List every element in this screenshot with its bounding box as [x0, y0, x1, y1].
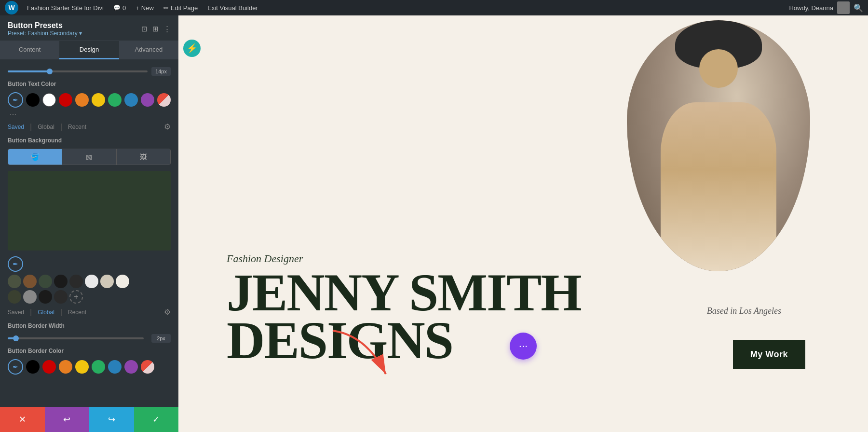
- panel-header: Button Presets Preset: Fashion Secondary…: [0, 15, 178, 41]
- cancel-button[interactable]: ✕: [0, 407, 45, 432]
- color-swatch-white[interactable]: [42, 93, 56, 107]
- panel-tabs: Content Design Advanced: [0, 41, 178, 59]
- my-work-button[interactable]: My Work: [733, 340, 805, 369]
- divi-sidebar-icon[interactable]: ⚡: [183, 40, 201, 57]
- bg-color-preview[interactable]: [8, 171, 171, 251]
- color-swatch-purple[interactable]: [141, 93, 154, 107]
- text-size-slider-value: 14px: [151, 67, 171, 76]
- bg-recent-tab[interactable]: Recent: [68, 309, 86, 316]
- admin-bar-edit-page[interactable]: ✏ Edit Page: [160, 0, 202, 15]
- bg-swatch-5[interactable]: [69, 275, 83, 288]
- color-swatch-blue[interactable]: [124, 93, 138, 107]
- bg-swatch-10[interactable]: [23, 290, 37, 304]
- left-panel: Button Presets Preset: Fashion Secondary…: [0, 15, 178, 432]
- search-icon[interactable]: 🔍: [854, 3, 863, 13]
- fab-button[interactable]: ···: [510, 333, 537, 360]
- panel-header-icons: ⊡ ⊞ ⋮: [141, 25, 171, 33]
- bg-swatch-4[interactable]: [54, 275, 68, 288]
- columns-icon[interactable]: ⊞: [152, 25, 159, 33]
- eyedropper-tool[interactable]: ✒: [8, 92, 23, 108]
- border-swatch-green[interactable]: [92, 360, 105, 374]
- image-icon: 🖼: [140, 153, 147, 161]
- bg-swatch-6[interactable]: [85, 275, 98, 288]
- admin-bar-comments[interactable]: 💬 0: [109, 0, 130, 15]
- text-size-slider-fill: [8, 70, 50, 72]
- color-swatch-orange[interactable]: [75, 93, 89, 107]
- panel-content[interactable]: 14px Button Text Color ✒ ⋯ Saved | G: [0, 59, 178, 407]
- color-swatch-yellow[interactable]: [92, 93, 105, 107]
- border-width-slider-track[interactable]: [8, 337, 144, 339]
- bg-swatch-1[interactable]: [8, 275, 21, 288]
- admin-bar-exit-builder[interactable]: Exit Visual Builder: [203, 0, 262, 15]
- undo-button[interactable]: ↩: [45, 407, 90, 432]
- bg-swatch-9[interactable]: [8, 290, 21, 304]
- bg-swatch-12[interactable]: [54, 290, 68, 304]
- border-swatch-black[interactable]: [26, 360, 40, 374]
- expand-icon[interactable]: ⊡: [141, 25, 148, 33]
- admin-avatar[interactable]: [837, 1, 850, 14]
- color-swatch-red[interactable]: [59, 93, 72, 107]
- wp-admin-bar: W Fashion Starter Site for Divi 💬 0 + Ne…: [0, 0, 868, 15]
- hero-image: [627, 20, 810, 271]
- wp-logo-icon[interactable]: W: [5, 1, 18, 14]
- bg-color-settings-icon[interactable]: ⚙: [164, 307, 171, 317]
- global-tab[interactable]: Global: [38, 124, 54, 130]
- panel-title-area: Button Presets Preset: Fashion Secondary…: [8, 21, 82, 37]
- bg-swatch-grid: +: [8, 275, 171, 304]
- bg-type-image[interactable]: 🖼: [116, 149, 170, 165]
- border-swatch-purple[interactable]: [124, 360, 138, 374]
- border-swatch-orange[interactable]: [59, 360, 72, 374]
- bg-swatch-7[interactable]: [100, 275, 114, 288]
- bg-type-gradient[interactable]: ▧: [62, 149, 116, 165]
- bg-eyedropper-row: ✒: [8, 256, 171, 272]
- bg-swatch-8[interactable]: [116, 275, 129, 288]
- based-in-text: Based in Los Angeles: [707, 306, 781, 316]
- save-button[interactable]: ✓: [134, 407, 179, 432]
- bg-global-tab[interactable]: Global: [38, 309, 54, 316]
- redo-button[interactable]: ↪: [89, 407, 134, 432]
- border-eyedropper-tool[interactable]: ✒: [8, 359, 23, 375]
- bg-swatch-add[interactable]: +: [69, 290, 83, 304]
- tab-advanced[interactable]: Advanced: [119, 41, 178, 59]
- border-swatch-red[interactable]: [42, 360, 56, 374]
- button-border-color-label: Button Border Color: [8, 348, 171, 354]
- bg-type-color[interactable]: 🪣: [8, 149, 62, 165]
- plus-icon: +: [136, 4, 139, 12]
- bg-swatch-2[interactable]: [23, 275, 37, 288]
- tab-design[interactable]: Design: [59, 41, 119, 59]
- more-colors-btn[interactable]: ⋯: [8, 111, 18, 118]
- bg-type-row: 🪣 ▧ 🖼: [8, 149, 171, 165]
- panel-title: Button Presets: [8, 21, 82, 30]
- border-color-swatches: ✒: [8, 359, 171, 375]
- bg-swatch-3[interactable]: [39, 275, 52, 288]
- bg-swatch-11[interactable]: [39, 290, 52, 304]
- border-swatch-custom[interactable]: [141, 360, 154, 374]
- border-width-slider-thumb[interactable]: [13, 335, 19, 341]
- saved-tab[interactable]: Saved: [8, 124, 24, 130]
- color-settings-icon[interactable]: ⚙: [164, 122, 171, 131]
- bg-swatch-row-1: [8, 275, 171, 288]
- recent-tab[interactable]: Recent: [68, 124, 86, 130]
- dots-icon: ···: [519, 340, 528, 352]
- border-swatch-yellow[interactable]: [75, 360, 89, 374]
- canvas-area: ⚡ Fashion Designer JENNY SMITH DESIGNS B…: [178, 15, 868, 432]
- admin-bar-new[interactable]: + New: [132, 0, 158, 15]
- text-color-tabs: Saved | Global | Recent ⚙: [8, 122, 171, 131]
- text-size-slider-thumb[interactable]: [47, 69, 53, 74]
- color-swatch-custom[interactable]: [157, 93, 171, 107]
- bg-eyedropper-tool[interactable]: ✒: [8, 256, 23, 272]
- color-swatch-green[interactable]: [108, 93, 122, 107]
- color-swatch-black[interactable]: [26, 93, 40, 107]
- more-options-icon[interactable]: ⋮: [163, 25, 171, 33]
- button-text-color-label: Button Text Color: [8, 81, 171, 87]
- border-swatch-blue[interactable]: [108, 360, 122, 374]
- gradient-icon: ▧: [86, 153, 92, 161]
- border-width-slider-row: 2px: [8, 334, 171, 343]
- admin-bar-site-name[interactable]: Fashion Starter Site for Divi: [23, 0, 108, 15]
- panel-preset-dropdown[interactable]: Preset: Fashion Secondary ▾: [8, 30, 82, 37]
- tab-content[interactable]: Content: [0, 41, 59, 59]
- text-size-slider-track[interactable]: [8, 70, 148, 72]
- button-background-label: Button Background: [8, 137, 171, 144]
- bg-saved-tab[interactable]: Saved: [8, 309, 24, 316]
- bg-swatch-row-2: +: [8, 290, 171, 304]
